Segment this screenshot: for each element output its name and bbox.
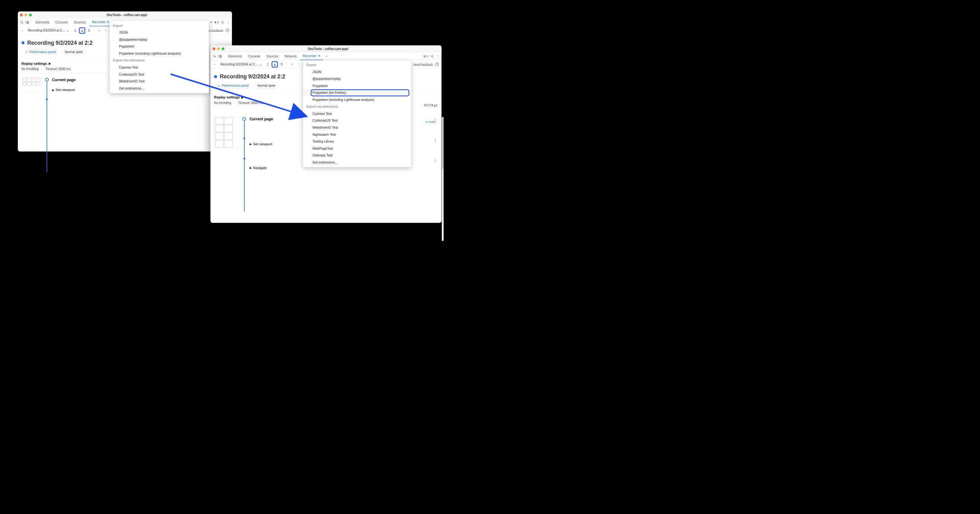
speed-select[interactable]: Normal spee [62, 49, 86, 55]
play-icon[interactable] [97, 28, 102, 33]
export-item[interactable]: Get extensions… [303, 159, 411, 166]
tab-sources[interactable]: Sources [264, 52, 281, 60]
export-item[interactable]: CodeceptJS Test [303, 117, 411, 124]
export-icon[interactable] [272, 62, 277, 67]
tab-network[interactable]: Network [282, 52, 299, 60]
close-icon[interactable] [20, 14, 23, 16]
import-icon[interactable] [73, 28, 78, 33]
step-thumbnail [22, 77, 42, 91]
gear-icon[interactable] [220, 20, 225, 25]
timeline [243, 117, 246, 175]
export-dropdown-after: ExportJSON@puppeteer/replayPuppeteerPupp… [303, 60, 411, 167]
export-item-puppeteer-firefox[interactable]: Puppeteer (for Firefox) [303, 89, 411, 97]
tab-elements[interactable]: Elements [33, 19, 52, 26]
export-dropdown-before: ExportJSON@puppeteer/replayPuppeteerPupp… [110, 21, 209, 93]
more-tabs-icon[interactable]: » [324, 54, 329, 59]
close-icon[interactable]: ✕ [318, 54, 321, 58]
step-kebab-icon[interactable]: ⋮ [433, 138, 437, 142]
export-extensions-header: Export via extensions [110, 57, 208, 64]
step-icon[interactable] [103, 28, 109, 33]
export-item[interactable]: Puppeteer [110, 43, 208, 50]
close-icon[interactable] [213, 48, 215, 50]
export-item[interactable]: WebdriverIO Test [110, 78, 208, 85]
delete-icon[interactable] [86, 28, 92, 33]
export-item[interactable]: WebPageTest [303, 145, 411, 152]
delete-icon[interactable] [279, 62, 284, 67]
export-item[interactable]: Cypress Test [303, 110, 411, 117]
record-indicator-icon [22, 41, 25, 45]
tab-recorder[interactable]: Recorder✕ [300, 52, 323, 60]
titlebar: DevTools - coffee-cart.app/ [210, 45, 442, 53]
export-item[interactable]: Puppeteer (including Lighthouse analysis… [303, 96, 411, 103]
device-icon[interactable] [218, 54, 223, 59]
export-item[interactable]: Puppeteer [303, 83, 411, 89]
export-item[interactable]: CodeceptJS Test [110, 71, 208, 78]
svg-point-3 [222, 22, 223, 23]
titlebar: DevTools - coffee-cart.app/ [18, 11, 232, 19]
device-icon[interactable] [25, 20, 30, 25]
export-section-header: Export [303, 61, 411, 68]
speed-select[interactable]: Normal spee [254, 83, 278, 89]
help-icon[interactable] [225, 28, 230, 33]
tab-console[interactable]: Console [53, 19, 70, 26]
gear-icon[interactable] [430, 54, 435, 59]
export-section-header: Export [110, 22, 208, 29]
step-kebab-icon[interactable]: ⋮ [433, 118, 437, 123]
issue-count[interactable]: ■3 [215, 21, 218, 24]
window-title: DevTools - coffee-cart.app/ [217, 47, 439, 51]
recording-select[interactable]: Recording 9/2/2024 at 2:...⌄ [220, 62, 264, 67]
timeline [45, 78, 49, 97]
tab-console[interactable]: Console [245, 52, 263, 60]
export-extensions-header: Export via extensions [303, 103, 411, 110]
add-icon[interactable]: ＋ [212, 62, 218, 67]
export-item[interactable]: @puppeteer/replay [110, 36, 208, 43]
export-item[interactable]: Nightwatch Test [303, 131, 411, 138]
add-icon[interactable]: ＋ [20, 28, 25, 33]
tab-sources[interactable]: Sources [71, 19, 89, 26]
send-feedback-link[interactable]: Send feedback [414, 63, 433, 66]
scrollbar[interactable] [442, 117, 444, 241]
export-item[interactable]: JSON [110, 29, 208, 37]
play-icon[interactable] [289, 62, 294, 67]
export-item[interactable]: WebdriverIO Test [303, 124, 411, 131]
recording-select[interactable]: Recording 9/2/2024 at 2:...⌄ [27, 28, 71, 33]
tabbar: Elements Console Sources Network Recorde… [210, 53, 442, 60]
step-thumbnail [214, 117, 239, 148]
tab-elements[interactable]: Elements [226, 52, 245, 60]
kebab-icon[interactable]: ⋮ [226, 20, 231, 25]
export-icon[interactable] [79, 28, 84, 33]
svg-point-9 [432, 56, 433, 57]
export-item[interactable]: Cypress Test [110, 64, 208, 71]
kebab-icon[interactable]: ⋮ [435, 54, 440, 59]
tab-recorder[interactable]: Recorder✕ [89, 19, 112, 26]
import-icon[interactable] [265, 62, 270, 67]
export-item[interactable]: JSON [303, 68, 411, 76]
inspect-icon[interactable] [19, 20, 24, 25]
export-item[interactable]: @puppeteer/replay [303, 76, 411, 83]
close-icon[interactable]: ✕ [107, 20, 110, 24]
record-indicator-icon [214, 75, 217, 78]
export-item[interactable]: Puppeteer (including Lighthouse analysis… [110, 50, 208, 57]
export-item[interactable]: Owloops Test [303, 152, 411, 159]
performance-panel-button[interactable]: Performance panel [214, 83, 252, 89]
step-kebab-icon[interactable]: ⋮ [433, 158, 437, 162]
window-title: DevTools - coffee-cart.app/ [24, 13, 229, 17]
svg-point-4 [106, 30, 106, 31]
error-count[interactable]: ⊗1 [423, 54, 428, 58]
step-icon[interactable] [296, 62, 301, 67]
help-icon[interactable] [434, 62, 440, 67]
performance-panel-button[interactable]: Performance panel [22, 49, 59, 55]
inspect-icon[interactable] [212, 54, 217, 59]
viewport-dimensions: 9×774 px [424, 103, 437, 107]
export-item[interactable]: Get extensions… [110, 85, 208, 92]
svg-point-10 [298, 64, 299, 65]
export-item[interactable]: Testing Library [303, 138, 411, 145]
